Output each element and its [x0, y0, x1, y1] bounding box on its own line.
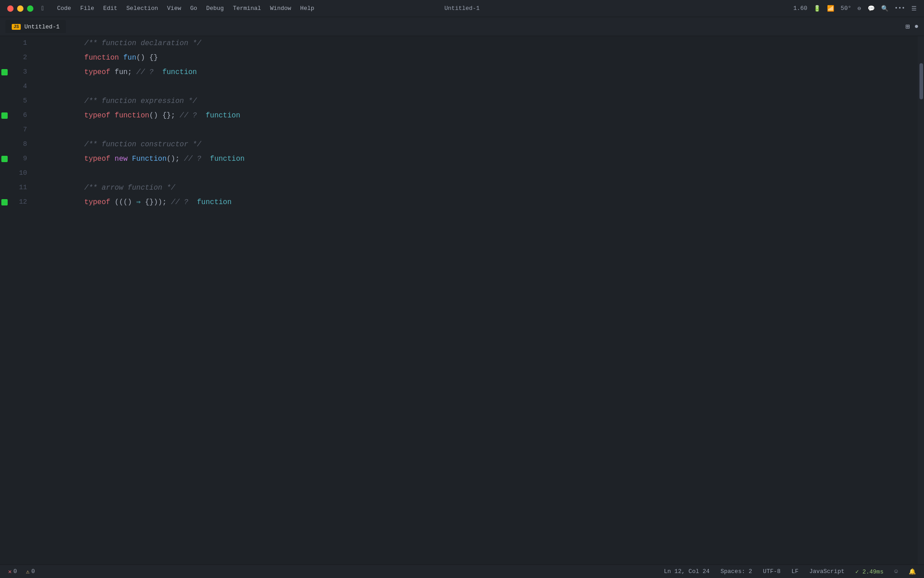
split-editor-icon[interactable]: ⊞ [906, 22, 910, 31]
line-number-11: 11 [9, 181, 36, 195]
circle-icon[interactable]: ● [914, 23, 919, 31]
line-indicator-9 [0, 156, 9, 162]
status-right: Ln 12, Col 24 Spaces: 2 UTF-8 LF JavaScr… [662, 568, 918, 575]
line-9: 9 typeof new Function(); // ? function [0, 152, 924, 166]
line-ending-text: LF [791, 568, 799, 575]
code-editor[interactable]: 1 /** function declaration */ 2 function… [0, 36, 924, 564]
menu-window[interactable]: Window [267, 4, 295, 13]
line-number-5: 5 [9, 94, 36, 108]
line-number-7: 7 [9, 123, 36, 137]
menu-edit[interactable]: Edit [100, 4, 121, 13]
file-encoding[interactable]: UTF-8 [761, 568, 782, 575]
statusbar: ✕ 0 ⚠ 0 Ln 12, Col 24 Spaces: 2 UTF-8 LF… [0, 564, 924, 578]
tab-icons: ⊞ ● [906, 22, 919, 31]
scrollbar-thumb[interactable] [919, 63, 923, 99]
language-text: JavaScript [809, 568, 845, 575]
line-indicator-6 [0, 112, 9, 119]
language-badge: JS [12, 24, 21, 30]
temperature: 50° [841, 5, 851, 12]
menu-bar: Code File Edit Selection View Go Debug T… [53, 4, 318, 13]
minimize-button[interactable] [17, 5, 23, 12]
line-6: 6 typeof function() {}; // ? function [0, 108, 924, 123]
menu-terminal[interactable]: Terminal [229, 4, 264, 13]
wifi-icon: 📶 [827, 5, 834, 12]
cursor-position[interactable]: Ln 12, Col 24 [662, 568, 711, 575]
line-number-8: 8 [9, 137, 36, 152]
spaces-text: Spaces: 2 [721, 568, 752, 575]
line-indicator-12 [0, 199, 9, 205]
line-number-4: 4 [9, 79, 36, 94]
menu-help[interactable]: Help [296, 4, 318, 13]
error-count: 0 [14, 568, 17, 575]
apple-icon[interactable]:  [42, 5, 45, 12]
traffic-lights [7, 5, 33, 12]
editor-area: 1 /** function declaration */ 2 function… [0, 36, 924, 564]
window-title: Untitled-1 [444, 5, 480, 12]
breakpoint-12[interactable] [1, 199, 8, 205]
breakpoint-3[interactable] [1, 69, 8, 75]
minus-icon: ⊖ [858, 5, 861, 12]
line-12: 12 typeof ((() ⇒ {})); // ? function [0, 195, 924, 210]
status-left: ✕ 0 ⚠ 0 [6, 568, 37, 575]
check-icon: ✓ 2.49ms [855, 568, 883, 575]
finder-icon: 🔍 [881, 5, 888, 12]
scrollbar-track[interactable] [918, 36, 924, 564]
feedback-icon: ☺ [894, 568, 898, 575]
line-number-1: 1 [9, 36, 36, 51]
titlebar-right: 1.60 🔋 📶 50° ⊖ 💬 🔍 ••• ☰ [462, 5, 917, 12]
line-3: 3 typeof fun; // ? function [0, 65, 924, 79]
line-number-3: 3 [9, 65, 36, 79]
menu-debug[interactable]: Debug [203, 4, 227, 13]
line-number-10: 10 [9, 166, 36, 181]
tabbar: JS Untitled-1 ⊞ ● [0, 17, 924, 36]
titlebar:  Code File Edit Selection View Go Debug… [0, 0, 924, 17]
language-mode[interactable]: JavaScript [808, 568, 846, 575]
line-ending[interactable]: LF [790, 568, 800, 575]
smiley-icon[interactable]: ☺ [892, 568, 900, 575]
breakpoint-9[interactable] [1, 156, 8, 162]
tab-filename: Untitled-1 [24, 23, 60, 30]
errors-indicator[interactable]: ✕ 0 [6, 568, 19, 575]
maximize-button[interactable] [27, 5, 33, 12]
encoding-text: UTF-8 [763, 568, 781, 575]
menu-file[interactable]: File [77, 4, 98, 13]
menu-view[interactable]: View [163, 4, 185, 13]
line-content-12: typeof ((() ⇒ {})); // ? function [36, 181, 231, 224]
wechat-icon: 💬 [868, 5, 875, 12]
warnings-indicator[interactable]: ⚠ 0 [24, 568, 37, 575]
vscode-version: 1.60 [793, 5, 807, 12]
error-icon: ✕ [8, 568, 12, 575]
bell-icon: 🔔 [909, 568, 916, 575]
timing-info[interactable]: ✓ 2.49ms [854, 568, 885, 575]
position-text: Ln 12, Col 24 [664, 568, 709, 575]
menu-go[interactable]: Go [187, 4, 201, 13]
active-tab[interactable]: JS Untitled-1 [5, 20, 66, 33]
line-number-9: 9 [9, 152, 36, 166]
battery-icon: 🔋 [813, 5, 821, 12]
menu-selection[interactable]: Selection [123, 4, 162, 13]
close-button[interactable] [7, 5, 14, 12]
line-number-2: 2 [9, 51, 36, 65]
warning-icon: ⚠ [26, 568, 30, 575]
line-indicator-3 [0, 69, 9, 75]
warning-count: 0 [31, 568, 35, 575]
line-number-12: 12 [9, 195, 36, 210]
menu-code[interactable]: Code [53, 4, 74, 13]
titlebar-left:  Code File Edit Selection View Go Debug… [7, 4, 462, 13]
breakpoint-6[interactable] [1, 112, 8, 119]
more-icon: ••• [895, 5, 905, 12]
notification-icon[interactable]: 🔔 [907, 568, 918, 575]
list-icon: ☰ [911, 5, 917, 12]
indent-size[interactable]: Spaces: 2 [719, 568, 754, 575]
line-number-6: 6 [9, 108, 36, 123]
